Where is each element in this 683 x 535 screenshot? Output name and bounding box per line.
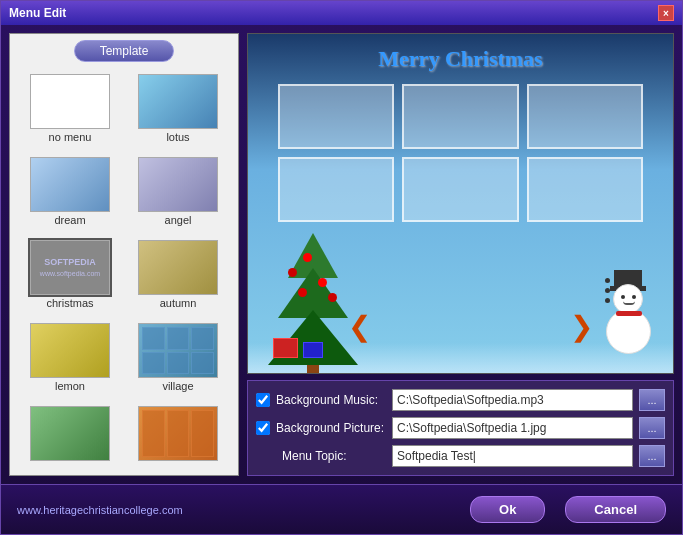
template-item-christmas[interactable]: SOFTPEDIAwww.softpedia.com christmas <box>18 238 122 317</box>
template-label-angel: angel <box>165 214 192 226</box>
background-picture-checkbox[interactable] <box>256 421 270 435</box>
template-item-village[interactable]: village <box>126 321 230 400</box>
template-item-dream[interactable]: dream <box>18 155 122 234</box>
menu-topic-label: Menu Topic: <box>276 449 386 463</box>
template-label-autumn: autumn <box>160 297 197 309</box>
template-thumb-angel <box>138 157 218 212</box>
nav-left-arrow[interactable]: ❮ <box>348 310 371 343</box>
footer-buttons: Ok Cancel <box>470 496 666 523</box>
softpedia-watermark: SOFTPEDIAwww.softpedia.com <box>40 257 100 279</box>
left-panel: Template no menu lotus dream <box>9 33 239 476</box>
template-item-lotus[interactable]: lotus <box>126 72 230 151</box>
preview-thumb-1 <box>278 84 394 149</box>
template-label-christmas: christmas <box>46 297 93 309</box>
snowman-head <box>613 284 643 314</box>
template-thumb-dream <box>30 157 110 212</box>
template-thumb-no-menu <box>30 74 110 129</box>
christmas-tree-decoration <box>268 233 358 353</box>
bottom-fields: Background Music: ... Background Picture… <box>247 380 674 476</box>
template-thumb-orange <box>138 406 218 461</box>
preview-area: Merry Christmas <box>247 33 674 374</box>
footer-link[interactable]: www.heritagechristiancollege.com <box>17 504 183 516</box>
footer: www.heritagechristiancollege.com Ok Canc… <box>1 484 682 534</box>
template-item-lemon[interactable]: lemon <box>18 321 122 400</box>
window-title: Menu Edit <box>9 6 66 20</box>
template-thumb-green <box>30 406 110 461</box>
main-content: Template no menu lotus dream <box>1 25 682 484</box>
template-thumb-christmas: SOFTPEDIAwww.softpedia.com <box>30 240 110 295</box>
background-picture-input[interactable] <box>392 417 633 439</box>
tree-trunk <box>307 365 319 374</box>
preview-thumbnails <box>278 84 643 222</box>
ok-button[interactable]: Ok <box>470 496 545 523</box>
preview-thumb-6 <box>527 157 643 222</box>
background-music-row: Background Music: ... <box>256 389 665 411</box>
snowman-decoration <box>598 268 658 358</box>
title-bar: Menu Edit × <box>1 1 682 25</box>
close-button[interactable]: × <box>658 5 674 21</box>
template-label-lotus: lotus <box>166 131 189 143</box>
main-window: Menu Edit × Template no menu lotus <box>0 0 683 535</box>
template-item-autumn[interactable]: autumn <box>126 238 230 317</box>
menu-topic-input[interactable] <box>392 445 633 467</box>
template-label-no-menu: no menu <box>49 131 92 143</box>
nav-right-arrow[interactable]: ❯ <box>570 310 593 343</box>
background-music-checkbox[interactable] <box>256 393 270 407</box>
template-thumb-village <box>138 323 218 378</box>
template-button[interactable]: Template <box>74 40 174 62</box>
template-label-dream: dream <box>54 214 85 226</box>
template-item-no-menu[interactable]: no menu <box>18 72 122 151</box>
template-item-angel[interactable]: angel <box>126 155 230 234</box>
template-item-green[interactable] <box>18 404 122 471</box>
cancel-button[interactable]: Cancel <box>565 496 666 523</box>
preview-thumb-5 <box>402 157 518 222</box>
template-thumb-autumn <box>138 240 218 295</box>
preview-thumb-3 <box>527 84 643 149</box>
template-grid: no menu lotus dream angel <box>10 68 238 475</box>
background-picture-label: Background Picture: <box>276 421 386 435</box>
background-music-label: Background Music: <box>276 393 386 407</box>
template-thumb-lotus <box>138 74 218 129</box>
template-label-village: village <box>162 380 193 392</box>
menu-topic-browse[interactable]: ... <box>639 445 665 467</box>
template-thumb-lemon <box>30 323 110 378</box>
template-label-lemon: lemon <box>55 380 85 392</box>
preview-thumb-4 <box>278 157 394 222</box>
menu-topic-row: Menu Topic: ... <box>256 445 665 467</box>
template-item-orange[interactable] <box>126 404 230 471</box>
preview-title: Merry Christmas <box>248 34 673 72</box>
background-picture-row: Background Picture: ... <box>256 417 665 439</box>
background-music-input[interactable] <box>392 389 633 411</box>
background-picture-browse[interactable]: ... <box>639 417 665 439</box>
preview-thumb-2 <box>402 84 518 149</box>
right-panel: Merry Christmas <box>247 33 674 476</box>
background-music-browse[interactable]: ... <box>639 389 665 411</box>
